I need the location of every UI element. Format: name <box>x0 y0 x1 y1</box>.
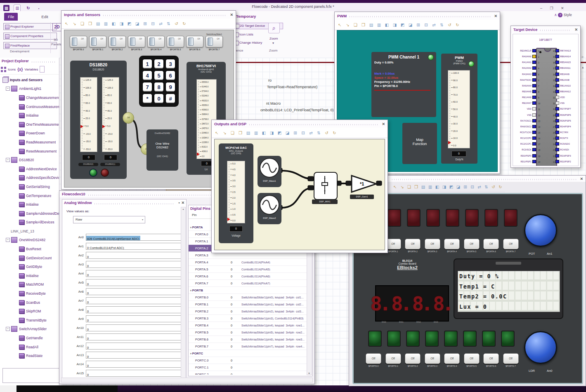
toolbar-icon[interactable]: ◧ <box>110 19 117 26</box>
toolbar-icon[interactable]: ◩ <box>448 183 454 189</box>
toolbar-icon[interactable]: ⊟ <box>149 19 156 26</box>
pin-row[interactable]: PORTB.0 0 SwitchArraySlider1(pin0), keyp… <box>189 294 307 301</box>
ribbon-collapse-icon[interactable]: ∧ <box>554 13 557 17</box>
tree-item[interactable]: ReadAll <box>0 343 59 352</box>
tree-item[interactable]: AddressSpecificDevice <box>0 174 59 183</box>
chip-pin[interactable]: RC6/TX <box>555 135 579 141</box>
voltage-slider[interactable]: 5.04.54.03.53.02.52.01.51.00.50.0 <box>227 161 245 223</box>
tree-item[interactable]: GetHandle <box>0 333 59 343</box>
chip-pin[interactable]: VSS <box>555 100 579 106</box>
chip-pin[interactable]: RB2/AN8 <box>555 77 579 83</box>
chip-pin[interactable]: RE0/AN5 <box>513 89 536 94</box>
push-button[interactable]: Off $PORTA.7 <box>503 239 519 253</box>
analog-row[interactable]: An0 826 ComboBL0114(LightSensor ADC) <box>64 232 182 242</box>
analog-row[interactable]: An12 0 <box>64 341 182 350</box>
toolbar-icon[interactable]: ❐ <box>237 129 244 135</box>
chip-pin[interactable]: RB7/AN13 <box>555 48 579 54</box>
toolbar-icon[interactable]: ◪ <box>134 19 141 26</box>
analog-row[interactable]: An13 0 <box>64 350 182 359</box>
close-icon[interactable]: ✕ <box>181 201 184 205</box>
tree-item[interactable]: SampleAddressedDevice <box>0 209 59 218</box>
push-button[interactable]: Off $PORTD.4 <box>444 353 460 367</box>
tree-item[interactable]: MatchROM <box>0 280 59 289</box>
ribbon-button[interactable]: Component Properties <box>3 33 57 40</box>
view-values-dropdown[interactable]: Raw ▾ <box>73 216 145 223</box>
temperature-slider[interactable]: 125.0105.085.065.045.025.05.0-15.0-35.0-… <box>80 77 97 152</box>
ribbon-tab[interactable]: File <box>4 13 18 21</box>
tree-item[interactable]: ScanBus <box>0 298 59 307</box>
chip-pin[interactable]: RB3/AN9 <box>555 71 579 77</box>
chip-pin[interactable]: RA2/AN2 <box>513 65 536 71</box>
push-button[interactable]: Off $PORTA.3 <box>425 239 440 253</box>
push-button[interactable]: Off $PORTD.3 <box>425 353 440 367</box>
toolbar-icon[interactable]: ◧ <box>260 129 267 135</box>
toolbar-icon[interactable]: ❏ <box>79 19 86 26</box>
analog-value-box[interactable]: 826 ComboBL0114(LightSensor ADC) <box>86 234 182 241</box>
ribbon-button[interactable]: Project Explorer <box>3 23 57 30</box>
toolbar-icon[interactable]: ↺ <box>446 21 453 27</box>
chip-pin[interactable]: RA6/OSC2 <box>513 124 536 129</box>
toolbar-icon[interactable]: ⊞ <box>142 19 149 26</box>
toggle-switch[interactable]: Off $PORTB.0 <box>69 33 87 51</box>
toolbar-icon[interactable]: ▥ <box>102 19 109 26</box>
toggle-switch[interactable]: Off $PORTB.5 <box>166 33 184 51</box>
pin-row[interactable]: PORTB.4 0 SwitchArraySlider1(pin4), keyp… <box>189 322 307 329</box>
tree-item[interactable]: DS18B20 <box>0 155 59 164</box>
toolbar-icon[interactable]: ⇄ <box>430 21 437 27</box>
chip-pin[interactable]: RA1/AN1 <box>513 59 536 65</box>
analog-row[interactable]: An2 0 <box>64 251 182 260</box>
tree-item[interactable]: SwitchArraySlider <box>0 325 59 334</box>
chip-pin[interactable]: RB4/AN11 <box>555 65 579 71</box>
chip-pin[interactable]: RC3/SCK <box>513 147 536 153</box>
toolbar-icon[interactable]: ⊟ <box>423 21 430 27</box>
analog-value-box[interactable]: 0 <box>86 279 182 286</box>
push-button[interactable]: Off $PORTD.1 <box>385 353 401 367</box>
chip-pin[interactable]: RD3/PSP3 <box>555 153 579 159</box>
analog-value-box[interactable]: 0 <box>86 297 182 304</box>
tree-item[interactable]: GetTemperature <box>0 191 59 200</box>
toolbar-icon[interactable]: ◩ <box>399 21 406 27</box>
ribbon-toggle[interactable]: Change History <box>234 40 283 46</box>
toolbar-icon[interactable]: ▤ <box>245 129 252 135</box>
keypad-key[interactable]: 9 <box>165 82 175 92</box>
toolbar-icon[interactable]: ↻ <box>497 183 503 189</box>
analog-row[interactable]: An14 0 <box>64 359 182 369</box>
pin-row[interactable]: PORTA.6 0 ComboBL0114(PinA6) <box>189 273 307 280</box>
toolbar-icon[interactable]: ▤ <box>95 19 102 26</box>
panel-icon[interactable] <box>40 66 45 73</box>
keypad-key[interactable]: 4 <box>142 70 152 80</box>
analog-row[interactable]: An11 0 <box>64 332 182 341</box>
toggle-switch[interactable]: Off $PORTB.2 <box>108 33 126 51</box>
tree-item[interactable]: ResetMeasurement <box>0 147 59 156</box>
toolbar-icon[interactable]: ↖ <box>63 19 70 26</box>
toggle-switch[interactable]: SwitchArraySlider1 Off $PORTB.7 <box>205 33 223 51</box>
push-button[interactable]: Off $PORTD.5 <box>464 353 480 367</box>
chip-pin[interactable]: RC2/CCP1 <box>513 141 536 147</box>
toolbar-icon[interactable]: ↻ <box>181 19 188 26</box>
toolbar-icon[interactable]: ⇅ <box>315 129 322 135</box>
keypad-key[interactable]: # <box>165 94 175 103</box>
pin-row[interactable]: PORTB.7 0 SwitchArraySlider1(pin7), keyp… <box>189 343 307 350</box>
pin-row[interactable]: PORTB <box>189 287 307 294</box>
pin-row[interactable]: PORTC <box>189 350 307 357</box>
analog-row[interactable]: An4 0 <box>64 269 182 278</box>
analog-value-box[interactable]: 0 <box>86 270 182 277</box>
push-button[interactable]: Off $PORTD.6 <box>483 353 499 367</box>
pin-row[interactable]: PORTB.5 0 SwitchArraySlider1(pin5), keyp… <box>189 329 307 336</box>
tree-item[interactable]: BusReset <box>0 244 59 254</box>
toolbar-icon[interactable]: ⇄ <box>157 19 164 26</box>
chip-pin[interactable]: RC1/CCP2 <box>513 135 536 141</box>
toggle-switch[interactable]: Off $PORTB.6 <box>186 33 204 51</box>
toolbar-icon[interactable]: ▤ <box>420 183 426 189</box>
tree-item[interactable]: Inputs and Sensors <box>0 75 59 85</box>
pin-row[interactable]: PORTC.2 0 <box>189 371 307 375</box>
tree-item[interactable]: AddressNextDevice <box>0 164 59 174</box>
push-button[interactable]: Off $PORTA.6 <box>483 239 499 253</box>
tree-item[interactable]: OneTimeMeasurement <box>0 120 59 129</box>
dsp-wave2-component[interactable]: DSP_Wave2 <box>258 193 281 224</box>
variables-icon[interactable]: {x} <box>17 67 23 72</box>
keypad-key[interactable]: 5 <box>154 70 164 80</box>
green-led-button[interactable] <box>89 169 97 177</box>
panels-2d-icon[interactable]: 2D <box>52 23 61 31</box>
tree-item[interactable]: GetDeviceCount <box>0 254 59 263</box>
